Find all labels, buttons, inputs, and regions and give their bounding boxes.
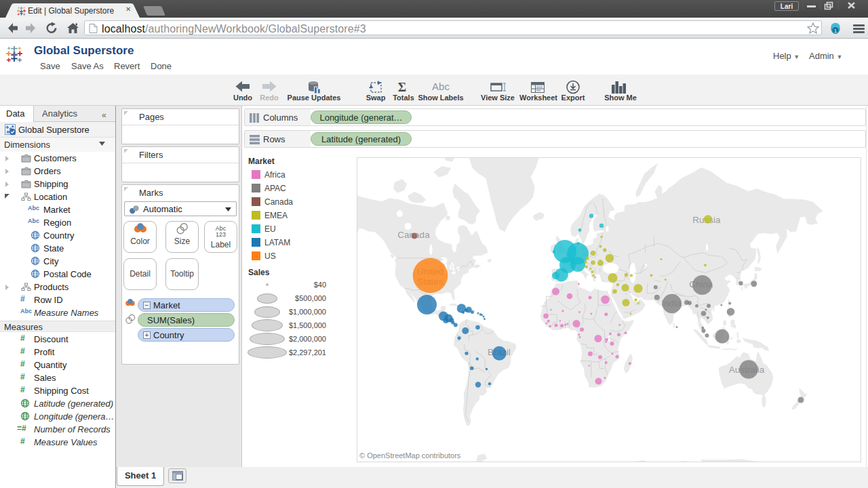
- svg-text:1: 1: [834, 28, 837, 34]
- svg-text:Σ: Σ: [398, 80, 406, 94]
- svg-text:Abc: Abc: [432, 81, 450, 92]
